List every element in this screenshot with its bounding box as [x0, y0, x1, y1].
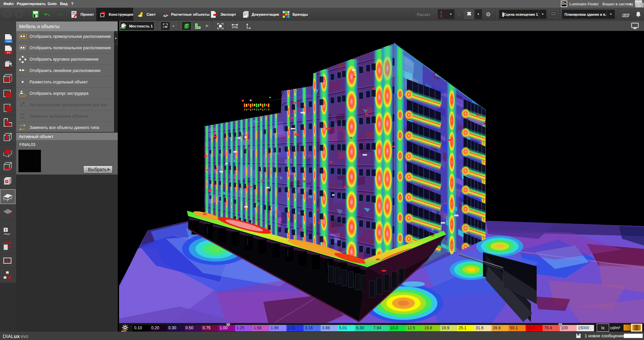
- svg-text:DWG: DWG: [6, 40, 11, 43]
- svg-text:IFC: IFC: [7, 52, 10, 54]
- svg-text:T: T: [4, 228, 7, 232]
